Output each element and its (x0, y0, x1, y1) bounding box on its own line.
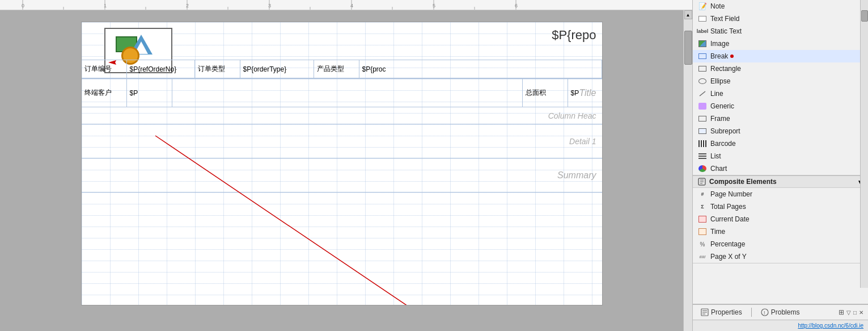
tab-separator (751, 308, 752, 317)
composite-elements-header[interactable]: Composite Elements ▼ (693, 175, 868, 188)
panel-item-generic[interactable]: Generic (693, 100, 868, 112)
bottom-action-new[interactable]: ⊞ (839, 308, 844, 316)
svg-text:4: 4 (350, 3, 353, 9)
pagenumber-icon: # (697, 189, 708, 199)
chart-label: Chart (710, 165, 727, 173)
statictext-label: Static Text (710, 27, 742, 35)
report-title-text[interactable]: $P{repo (552, 28, 596, 43)
section-title: Title 终端客户 $P 总面积 (82, 79, 602, 107)
canvas-container[interactable]: $P{repo 订单编号 $P{refOrderNo} 订单类型 (0, 10, 683, 331)
panel-item-image[interactable]: Image (693, 37, 868, 50)
status-bar: http://blog.csdn.nc/6/cdi.ie (693, 320, 868, 331)
rectangle-label: Rectangle (710, 65, 741, 73)
time-icon (697, 227, 708, 237)
scroll-thumb[interactable] (684, 31, 692, 65)
properties-tab[interactable]: Properties (697, 307, 746, 317)
product-type-value-cell[interactable]: $P{proc (359, 60, 602, 78)
url-text[interactable]: http://blog.csdn.nc/6/cdi.ie (798, 322, 863, 329)
composite-icon-svg (698, 178, 706, 186)
report-title-value: $P{repo (552, 28, 596, 42)
pagenumber-label: Page Number (710, 190, 752, 198)
report-canvas: $P{repo 订单编号 $P{refOrderNo} 订单类型 (81, 22, 603, 305)
end-customer-row: 终端客户 $P 总面积 $P (82, 79, 602, 107)
panel-item-pagexy[interactable]: ##/ Page X of Y (693, 250, 868, 263)
panel-item-frame[interactable]: Frame (693, 112, 868, 125)
bottom-action-close[interactable]: ✕ (859, 309, 863, 316)
total-area-value: $P (571, 89, 579, 97)
bottom-actions: ⊞ ▽ □ ✕ (839, 308, 863, 316)
end-customer-label-cell: 终端客户 (82, 79, 127, 107)
svg-text:3: 3 (268, 3, 271, 9)
image-label: Image (710, 40, 729, 48)
panel-item-currentdate[interactable]: Current Date (693, 213, 868, 225)
section-summary: Summary (82, 158, 602, 192)
section-detail: Detail 1 (82, 124, 602, 158)
vertical-scrollbar[interactable]: ▲ (683, 10, 692, 331)
totalpages-label: Total Pages (710, 203, 746, 211)
frame-icon (697, 114, 708, 124)
image-icon (697, 39, 708, 49)
panel-item-ellipse[interactable]: Ellipse (693, 75, 868, 87)
currentdate-icon (697, 214, 708, 224)
composite-header-icon (697, 177, 706, 186)
panel-item-pagenumber[interactable]: # Page Number (693, 188, 868, 200)
panel-item-break[interactable]: Break (693, 50, 868, 62)
product-type-label-cell: 产品类型 (314, 60, 359, 78)
barcode-label: Barcode (710, 140, 736, 148)
end-customer-value: $P (130, 89, 138, 97)
line-icon (697, 89, 708, 99)
order-no-label-cell: 订单编号 (82, 60, 127, 78)
panel-item-textfield[interactable]: Text Field (693, 12, 868, 25)
panel-item-percentage[interactable]: % Percentage (693, 238, 868, 250)
panel-item-time[interactable]: Time (693, 225, 868, 238)
panel-item-list[interactable]: List (693, 150, 868, 162)
panel-scrollbar[interactable] (860, 0, 868, 288)
percentage-label: Percentage (710, 240, 745, 248)
total-area-label-cell: 总面积 (523, 79, 568, 107)
barcode-icon (697, 139, 708, 149)
panel-item-subreport[interactable]: Subreport (693, 125, 868, 137)
col-header-label: Column Heac (548, 111, 596, 120)
svg-text:!: ! (764, 310, 765, 316)
summary-label: Summary (557, 170, 596, 181)
end-customer-value-cell[interactable]: $P (127, 79, 172, 107)
detail-label: Detail 1 (569, 137, 596, 146)
svg-text:5: 5 (433, 3, 435, 9)
section-col-header: Column Heac (82, 107, 602, 124)
chart-icon (697, 164, 708, 174)
order-type-value: $P{orderType} (243, 65, 287, 73)
list-label: List (710, 152, 721, 160)
pagexy-icon: ##/ (697, 252, 708, 262)
spacer-cell (172, 79, 523, 107)
generic-label: Generic (710, 102, 734, 110)
panel-item-barcode[interactable]: Barcode (693, 137, 868, 150)
panel-item-line[interactable]: Line (693, 87, 868, 100)
panel-scroll-thumb[interactable] (861, 10, 868, 22)
order-type-value-cell[interactable]: $P{orderType} (240, 60, 314, 78)
pagexy-label: Page X of Y (710, 253, 747, 261)
product-type-value: $P{proc (362, 65, 386, 73)
right-panel-inner: 📝 Note Text Field label Static Text (693, 0, 868, 304)
line-label: Line (710, 90, 723, 98)
order-type-label: 订单类型 (198, 64, 225, 74)
problems-tab[interactable]: ! Problems (757, 307, 803, 317)
ellipse-label: Ellipse (710, 77, 730, 85)
scroll-up-arrow[interactable]: ▲ (684, 10, 692, 19)
svg-text:1: 1 (104, 3, 107, 9)
panel-item-totalpages[interactable]: Σ Total Pages (693, 200, 868, 213)
order-no-value-cell[interactable]: $P{refOrderNo} (127, 60, 195, 78)
panel-item-chart[interactable]: Chart (693, 162, 868, 175)
panel-item-note[interactable]: 📝 Note (693, 0, 868, 12)
bottom-action-max[interactable]: □ (853, 309, 857, 316)
svg-text:6: 6 (515, 3, 518, 9)
end-customer-label: 终端客户 (84, 88, 112, 98)
panel-item-statictext[interactable]: label Static Text (693, 25, 868, 37)
subreport-label: Subreport (710, 127, 740, 135)
bottom-action-min[interactable]: ▽ (846, 309, 851, 316)
total-area-value-cell[interactable]: $P (568, 79, 602, 107)
panel-item-rectangle[interactable]: Rectangle (693, 62, 868, 75)
order-no-label: 订单编号 (84, 64, 112, 74)
problems-tab-label: Problems (771, 308, 800, 316)
total-area-label: 总面积 (526, 88, 546, 98)
bottom-bar: Properties ! Problems ⊞ ▽ □ ✕ (693, 304, 868, 320)
